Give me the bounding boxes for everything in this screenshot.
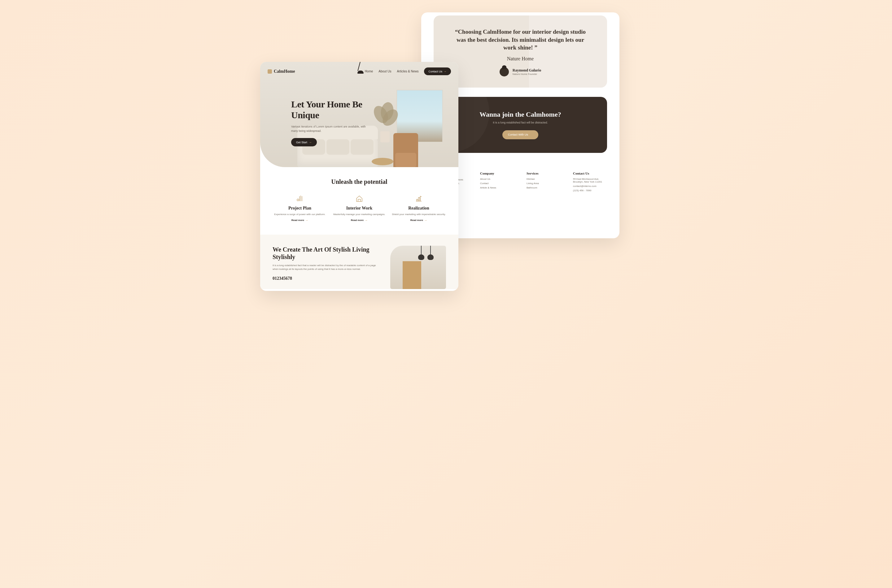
read-more-link[interactable]: Read more → <box>351 219 368 222</box>
person-role: Nature Home Founder <box>513 73 541 75</box>
testimonial-section: “Choosing CalmHome for our interior desi… <box>433 15 607 88</box>
feature-interior-work: Interior Work Masterfully manage your ma… <box>332 194 387 222</box>
arrow-icon: → <box>309 141 312 144</box>
cta-btn-label: Contact With Us <box>508 133 528 136</box>
art-title: We Create The Art Of Stylish Living Styl… <box>272 246 381 261</box>
logo-icon <box>268 69 272 74</box>
feature-name: Project Plan <box>272 206 327 211</box>
features-section: Unleash the potential Project Plan Exper… <box>260 167 459 222</box>
footer-heading: Services <box>526 171 561 175</box>
footer-address: 55 East Birchwood Ave. Brooklyn, New Yor… <box>573 178 607 183</box>
feature-project-plan: Project Plan Experience a surge of power… <box>272 194 327 222</box>
footer-link[interactable]: Contact <box>480 182 514 185</box>
arrow-icon: → <box>444 70 447 73</box>
feature-realization: Realization Shield your marketing with i… <box>391 194 446 222</box>
cta-subtitle: It is a long established fact will be di… <box>446 121 595 124</box>
kitchen-image <box>390 246 446 289</box>
cta-title: Wanna join the Calmhome? <box>446 111 595 118</box>
hero-text: Let Your Home Be Unique Various iteratio… <box>291 99 372 146</box>
landing-card: CalmHome Home About Us Articles & News C… <box>260 62 459 291</box>
testimonial-brand: Nature Home <box>452 56 588 62</box>
get-start-label: Get Start <box>296 141 307 144</box>
testimonial-quote: “Choosing CalmHome for our interior desi… <box>452 28 588 52</box>
chair-graphic <box>393 133 418 167</box>
footer-heading: Contact Us <box>573 171 607 175</box>
contact-with-us-button[interactable]: Contact With Us → <box>502 130 538 139</box>
arrow-icon: → <box>364 219 368 222</box>
art-section: We Create The Art Of Stylish Living Styl… <box>260 235 459 289</box>
footer-link[interactable]: Kitchan <box>526 178 561 180</box>
hero-subtitle: Various iterations of Lorem Ipsum conten… <box>291 125 372 133</box>
brand-name: CalmHome <box>274 69 295 74</box>
feature-desc: Shield your marketing with impenetrable … <box>391 213 446 216</box>
arrow-icon: → <box>305 219 308 222</box>
footer-link[interactable]: Bathroom <box>526 186 561 189</box>
feature-desc: Experience a surge of power with our pla… <box>272 213 327 216</box>
footer-company: Company About Us Contact Article & News <box>480 171 514 194</box>
nav-home[interactable]: Home <box>365 70 373 73</box>
footer-link[interactable]: About Us <box>480 178 514 180</box>
read-more-link[interactable]: Read more → <box>411 219 427 222</box>
footer: ne to creating tranquil, spaces that off… <box>433 171 607 194</box>
footer-heading: Company <box>480 171 514 175</box>
footer-phone[interactable]: (123) 456 - 7890 <box>573 189 607 192</box>
nav-articles[interactable]: Articles & News <box>397 70 418 73</box>
person-name: Raymond Galario <box>513 68 541 73</box>
footer-contact: Contact Us 55 East Birchwood Ave. Brookl… <box>573 171 607 194</box>
house-icon <box>355 194 364 203</box>
nav-about[interactable]: About Us <box>379 70 391 73</box>
feature-name: Realization <box>391 206 446 211</box>
cta-section: Wanna join the Calmhome? It is a long es… <box>433 97 607 153</box>
top-nav: CalmHome Home About Us Articles & News C… <box>260 62 459 81</box>
feature-name: Interior Work <box>332 206 387 211</box>
arrow-icon: → <box>424 219 427 222</box>
footer-email[interactable]: contact@interno.com <box>573 185 607 188</box>
testimonial-person: Raymond Galario Nature Home Founder <box>452 67 588 76</box>
arrow-icon: → <box>529 133 533 136</box>
features-title: Unleash the potential <box>272 178 446 185</box>
svg-point-0 <box>297 199 299 201</box>
contact-label: Contact Us <box>428 70 442 73</box>
footer-link[interactable]: Article & News <box>480 186 514 189</box>
read-more-link[interactable]: Read more → <box>292 219 308 222</box>
logo[interactable]: CalmHome <box>268 69 295 74</box>
art-desc: It is a long established fact that a rea… <box>272 264 381 271</box>
ruler-icon <box>295 194 304 203</box>
contact-button[interactable]: Contact Us → <box>424 68 451 75</box>
chart-icon <box>414 194 423 203</box>
footer-link[interactable]: Living Area <box>526 182 561 185</box>
footer-services: Services Kitchan Living Area Bathroom <box>526 171 561 194</box>
nav-links: Home About Us Articles & News Contact Us… <box>365 68 451 75</box>
hero-title: Let Your Home Be Unique <box>291 99 372 120</box>
get-start-button[interactable]: Get Start → <box>291 138 317 146</box>
phone-number: 012345678 <box>272 276 381 281</box>
feature-desc: Masterfully manage your marketing campai… <box>332 213 387 216</box>
table-graphic <box>372 158 393 165</box>
avatar <box>499 67 509 76</box>
